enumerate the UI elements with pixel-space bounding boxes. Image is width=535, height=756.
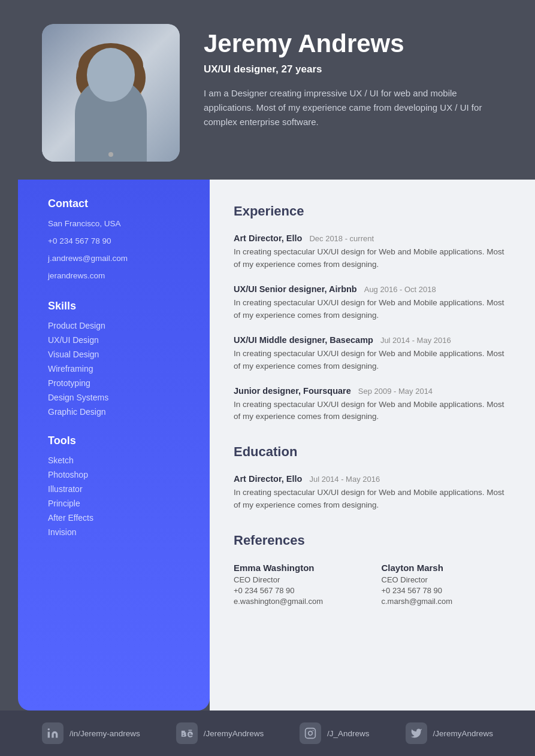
experience-item: Junior designer, Foursquare Sep 2009 - M… (234, 386, 505, 424)
tool-item: Principle (48, 499, 189, 508)
experience-desc: In creating spectacular UX/UI design for… (234, 399, 505, 424)
profile-photo (42, 24, 180, 162)
reference-item: Emma Washington CEO Director +0 234 567 … (234, 563, 358, 606)
tool-item: Sketch (48, 456, 189, 465)
reference-role: CEO Director (382, 575, 506, 584)
skill-item: Wireframing (48, 364, 189, 374)
skills-title: Skills (48, 300, 189, 312)
education-desc: In creating spectacular UX/UI design for… (234, 487, 505, 512)
photo-placeholder (42, 24, 180, 162)
references-section: References Emma Washington CEO Director … (234, 533, 505, 606)
svg-point-4 (76, 60, 98, 96)
instagram-label: /J_Andrews (327, 729, 370, 738)
svg-point-3 (78, 43, 143, 89)
skill-item: Product Design (48, 321, 189, 330)
footer-twitter[interactable]: /JeremyAndrews (406, 722, 494, 744)
linkedin-label: /in/Jeremy-andrews (69, 729, 140, 738)
skill-item: Visual Design (48, 350, 189, 359)
education-date: Jul 2014 - May 2016 (309, 475, 380, 484)
contact-website: jerandrews.com (48, 271, 189, 282)
skill-item: Graphic Design (48, 407, 189, 417)
main-content: Experience Art Director, Ello Dec 2018 -… (210, 180, 535, 711)
references-title: References (234, 533, 505, 551)
reference-role: CEO Director (234, 575, 358, 584)
contact-section: Contact San Francisco, USA +0 234 567 78… (48, 198, 189, 282)
behance-icon (176, 722, 198, 744)
svg-rect-6 (91, 89, 105, 97)
svg-rect-11 (306, 728, 316, 739)
education-title: Education (234, 444, 505, 462)
header-section: Jeremy Andrews UX/UI designer, 27 years … (0, 0, 535, 180)
experience-date: Aug 2016 - Oct 2018 (364, 285, 436, 294)
sidebar: Contact San Francisco, USA +0 234 567 78… (18, 180, 210, 711)
svg-rect-7 (113, 89, 127, 97)
resume-container: Jeremy Andrews UX/UI designer, 27 years … (0, 0, 535, 756)
linkedin-icon (42, 722, 64, 744)
experience-date: Dec 2018 - current (309, 234, 374, 243)
twitter-label: /JeremyAndrews (433, 729, 494, 738)
tool-item: Photoshop (48, 470, 189, 479)
experience-item: UX/UI Senior designer, Airbnb Aug 2016 -… (234, 284, 505, 322)
reference-email: c.marsh@gmail.com (382, 597, 506, 606)
svg-point-5 (124, 60, 146, 96)
photo-dot-indicator (108, 152, 113, 157)
contact-email: j.andrews@gmail.com (48, 253, 189, 265)
experience-item: UX/UI Middle designer, Basecamp Jul 2014… (234, 335, 505, 373)
tool-item: After Effects (48, 513, 189, 523)
experience-role: Art Director, Ello (234, 233, 302, 243)
experience-section: Experience Art Director, Ello Dec 2018 -… (234, 204, 505, 423)
experience-desc: In creating spectacular UX/UI design for… (234, 297, 505, 322)
tools-section: Tools Sketch Photoshop Illustrator Princ… (48, 435, 189, 537)
experience-role: UX/UI Middle designer, Basecamp (234, 335, 373, 345)
footer-behance[interactable]: /JeremyAndrews (176, 722, 264, 744)
twitter-icon (406, 722, 427, 744)
main-body: Contact San Francisco, USA +0 234 567 78… (0, 180, 535, 711)
education-role: Art Director, Ello (234, 474, 302, 484)
experience-title: Experience (234, 204, 505, 221)
svg-rect-9 (48, 732, 50, 738)
experience-header: UX/UI Middle designer, Basecamp Jul 2014… (234, 335, 505, 345)
experience-desc: In creating spectacular UX/UI design for… (234, 348, 505, 373)
skills-section: Skills Product Design UX/UI Design Visua… (48, 300, 189, 417)
footer: /in/Jeremy-andrews /JeremyAndrews /J_And… (0, 711, 535, 756)
references-grid: Emma Washington CEO Director +0 234 567 … (234, 563, 505, 606)
experience-header: Art Director, Ello Dec 2018 - current (234, 233, 505, 243)
experience-item: Art Director, Ello Dec 2018 - current In… (234, 233, 505, 271)
reference-name: Clayton Marsh (382, 563, 506, 573)
experience-role: Junior designer, Foursquare (234, 386, 351, 396)
skill-item: Prototyping (48, 378, 189, 388)
contact-phone: +0 234 567 78 90 (48, 236, 189, 247)
experience-role: UX/UI Senior designer, Airbnb (234, 284, 357, 294)
header-info: Jeremy Andrews UX/UI designer, 27 years … (204, 24, 505, 129)
education-header: Art Director, Ello Jul 2014 - May 2016 (234, 474, 505, 484)
education-item: Art Director, Ello Jul 2014 - May 2016 I… (234, 474, 505, 512)
behance-label: /JeremyAndrews (204, 729, 264, 738)
footer-instagram[interactable]: /J_Andrews (300, 722, 370, 744)
tool-item: Invision (48, 527, 189, 537)
tools-title: Tools (48, 435, 189, 447)
reference-item: Clayton Marsh CEO Director +0 234 567 78… (382, 563, 506, 606)
experience-header: Junior designer, Foursquare Sep 2009 - M… (234, 386, 505, 396)
instagram-icon (300, 722, 321, 744)
experience-header: UX/UI Senior designer, Airbnb Aug 2016 -… (234, 284, 505, 294)
experience-date: Jul 2014 - May 2016 (380, 336, 451, 345)
education-section: Education Art Director, Ello Jul 2014 - … (234, 444, 505, 512)
tool-item: Illustrator (48, 484, 189, 494)
reference-name: Emma Washington (234, 563, 358, 573)
experience-desc: In creating spectacular UX/UI design for… (234, 246, 505, 271)
svg-point-10 (48, 728, 50, 730)
experience-date: Sep 2009 - May 2014 (358, 387, 433, 396)
skill-item: Design Systems (48, 393, 189, 402)
contact-title: Contact (48, 198, 189, 210)
reference-phone: +0 234 567 78 90 (234, 586, 358, 595)
reference-phone: +0 234 567 78 90 (382, 586, 506, 595)
candidate-bio: I am a Designer creating impressive UX /… (204, 86, 497, 129)
footer-linkedin[interactable]: /in/Jeremy-andrews (42, 722, 140, 744)
candidate-title: UX/UI designer, 27 years (204, 63, 505, 75)
candidate-name: Jeremy Andrews (204, 30, 505, 57)
contact-location: San Francisco, USA (48, 218, 189, 230)
skill-item: UX/UI Design (48, 335, 189, 345)
reference-email: e.washington@gmail.com (234, 597, 358, 606)
